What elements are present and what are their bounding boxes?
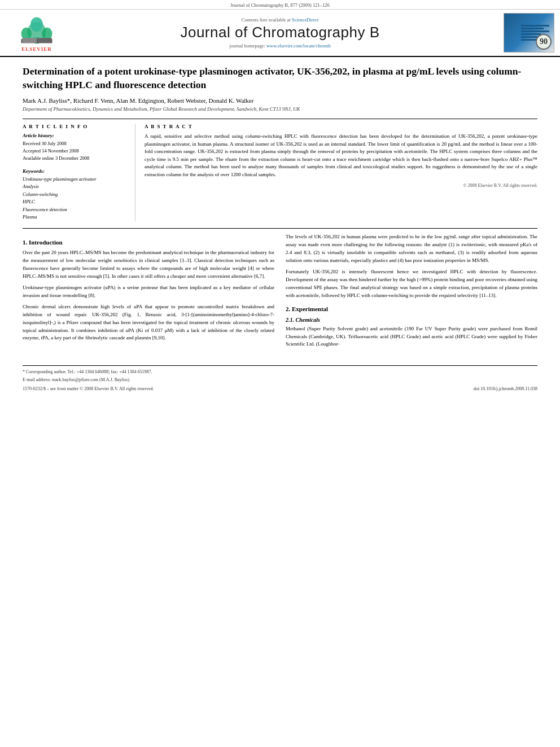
journal-header-center: Contents lists available at ScienceDirec… (73, 17, 487, 49)
journal-header-right: 90 (492, 13, 554, 53)
copyright: © 2008 Elsevier B.V. All rights reserved… (145, 183, 537, 188)
footnote-star: * Corresponding author. Tel.: +44 1304 6… (23, 369, 537, 375)
keywords-label: Keywords: (23, 168, 128, 174)
elsevier-brand-text: ELSEVIER (21, 46, 52, 52)
secondary-logo: 90 (504, 13, 554, 53)
footnote-email: E-mail address: mark.bayliss@pfizer.com … (23, 377, 537, 383)
journal-header: ELSEVIER Contents lists available at Sci… (0, 10, 560, 57)
abstract-text: A rapid, sensitive and selective method … (145, 133, 537, 178)
history-label: Article history: (23, 133, 128, 138)
sciencedirect-link[interactable]: ScienceDirect (292, 17, 319, 23)
impact-factor-circle: 90 (536, 34, 552, 50)
journal-homepage-link[interactable]: www.elsevier.com/locate/chromb (266, 43, 331, 49)
section21-heading: 2.1. Chemicals (286, 317, 537, 323)
keywords-list: Urokinase-type plasminogen activator Ana… (23, 176, 128, 222)
svg-rect-6 (22, 38, 37, 43)
elsevier-logo-area: ELSEVIER (6, 14, 68, 52)
keyword-2: Analysis (23, 183, 128, 191)
elsevier-logo: ELSEVIER (6, 14, 68, 52)
elsevier-tree-icon (14, 14, 59, 45)
journal-homepage-bar: journal homepage: www.elsevier.com/locat… (73, 43, 487, 49)
section1-title: Introduction (29, 239, 63, 246)
info-abstract-section: A R T I C L E I N F O Article history: R… (23, 119, 537, 221)
issn-text: 1570-0232/$ – see front matter © 2008 El… (23, 386, 154, 391)
logo-line-2 (521, 28, 544, 29)
page: Journal of Chromatography B, 877 (2009) … (0, 0, 560, 747)
right-para-1: The levels of UK-356,202 in human plasma… (286, 233, 537, 265)
accepted-date: Accepted 14 November 2008 (23, 147, 128, 155)
article-title: Determination of a potent urokinase-type… (23, 65, 537, 91)
article-authors: Mark A.J. Bayliss*, Richard F. Venn, Ala… (23, 97, 537, 104)
issn-line: 1570-0232/$ – see front matter © 2008 El… (23, 386, 537, 391)
abstract-column: A B S T R A C T A rapid, sensitive and s… (145, 124, 537, 221)
journal-citation: Journal of Chromatography B, 877 (2009) … (230, 2, 329, 8)
logo-line-1 (521, 25, 549, 27)
article-affiliation: Department of Pharmacokinetics, Dynamics… (23, 106, 537, 112)
body-right-column: The levels of UK-356,202 in human plasma… (286, 233, 537, 352)
available-date: Available online 3 December 2008 (23, 155, 128, 162)
keyword-3: Column-switching (23, 191, 128, 199)
received-date: Received 30 July 2008 (23, 140, 128, 147)
right-para-2: Fortunately UK-356,202 is intensely fluo… (286, 268, 537, 300)
section2-title: Experimental (292, 305, 328, 312)
intro-para-2: Urokinase-type plasminogen activator (uP… (23, 284, 274, 300)
keyword-5: Fluorescence detection (23, 206, 128, 214)
article-info-label: A R T I C L E I N F O (23, 124, 128, 129)
article-content: Determination of a potent urokinase-type… (0, 57, 560, 360)
article-footer: * Corresponding author. Tel.: +44 1304 6… (23, 365, 537, 391)
section1-heading: 1. Introduction (23, 239, 274, 246)
keyword-4: HPLC (23, 198, 128, 206)
logo-line-3 (521, 30, 549, 32)
intro-para-1: Over the past 20 years HPLC–MS/MS has be… (23, 249, 274, 281)
keyword-6: Plasma (23, 213, 128, 221)
body-left-column: 1. Introduction Over the past 20 years H… (23, 233, 274, 352)
keyword-1: Urokinase-type plasminogen activator (23, 176, 128, 184)
body-two-col: 1. Introduction Over the past 20 years H… (23, 233, 537, 352)
logo-line-4 (521, 33, 541, 35)
journal-title: Journal of Chromatography B (73, 24, 487, 41)
section2-heading: 2. Experimental (286, 305, 537, 312)
intro-para-3: Chronic dermal ulcers demonstrate high l… (23, 303, 274, 343)
svg-rect-7 (37, 38, 52, 43)
chemicals-para: Methanol (Super Purity Solvent grade) an… (286, 325, 537, 349)
section-divider (23, 228, 537, 229)
journal-citation-bar: Journal of Chromatography B, 877 (2009) … (0, 0, 560, 10)
sciencedirect-bar: Contents lists available at ScienceDirec… (73, 17, 487, 23)
article-info-column: A R T I C L E I N F O Article history: R… (23, 124, 135, 221)
abstract-label: A B S T R A C T (145, 124, 537, 129)
section21-title: Chemicals (296, 317, 320, 323)
svg-point-4 (30, 17, 43, 32)
doi-text: doi:10.1016/j.jchromb.2008.11.038 (474, 386, 537, 391)
